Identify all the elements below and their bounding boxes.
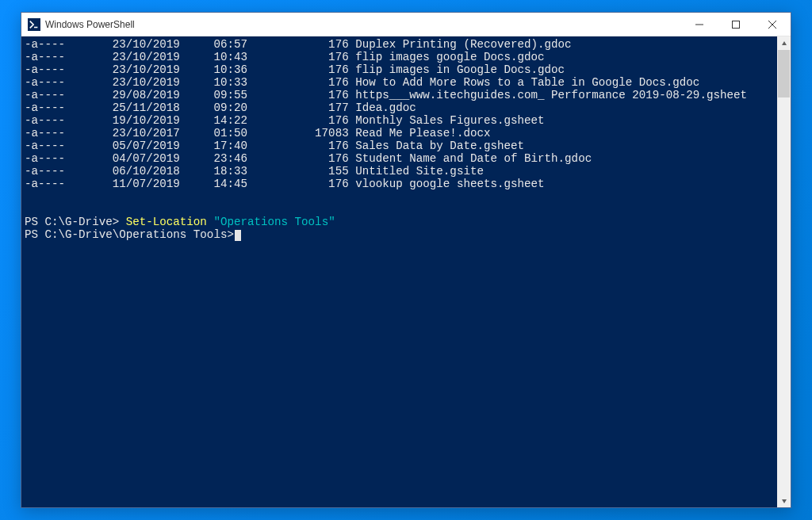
vertical-scrollbar[interactable]	[777, 36, 791, 507]
terminal-output[interactable]: -a---- 23/10/2019 06:57 176 Duplex Print…	[21, 36, 777, 507]
file-row: -a---- 23/10/2019 10:33 176 How to Add M…	[25, 76, 777, 89]
svg-marker-5	[782, 499, 787, 503]
file-row: -a---- 04/07/2019 23:46 176 Student Name…	[25, 152, 777, 165]
file-row: -a---- 23/10/2019 10:36 176 flip images …	[25, 63, 777, 76]
powershell-icon	[28, 18, 40, 31]
prompt-prefix: PS C:\G-Drive\Operations Tools>	[25, 228, 234, 241]
blank-line	[25, 203, 777, 216]
cursor	[235, 230, 241, 241]
file-row: -a---- 25/11/2018 09:20 177 Idea.gdoc	[25, 101, 777, 114]
blank-line	[25, 190, 777, 203]
prompt-line: PS C:\G-Drive> Set-Location "Operations …	[25, 216, 777, 228]
file-row: -a---- 23/10/2019 10:43 176 flip images …	[25, 51, 777, 63]
svg-rect-1	[733, 21, 740, 28]
file-row: -a---- 23/10/2017 01:50 17083 Read Me Pl…	[25, 127, 777, 140]
scroll-up-button[interactable]	[777, 36, 791, 50]
file-row: -a---- 11/07/2019 14:45 176 vlookup goog…	[25, 178, 777, 190]
close-button[interactable]	[754, 13, 791, 36]
minimize-button[interactable]	[681, 13, 718, 36]
maximize-button[interactable]	[718, 13, 754, 36]
prompt-line: PS C:\G-Drive\Operations Tools>	[25, 228, 777, 241]
scrollbar-thumb[interactable]	[778, 50, 790, 98]
file-row: -a---- 05/07/2019 17:40 176 Sales Data b…	[25, 140, 777, 152]
prompt-command: Set-Location	[126, 216, 207, 228]
file-row: -a---- 06/10/2018 18:33 155 Untitled Sit…	[25, 165, 777, 178]
prompt-prefix: PS C:\G-Drive>	[25, 216, 126, 228]
file-row: -a---- 29/08/2019 09:55 176 https___www.…	[25, 89, 777, 101]
window-controls	[681, 13, 791, 36]
terminal-area: -a---- 23/10/2019 06:57 176 Duplex Print…	[21, 36, 791, 507]
scroll-down-button[interactable]	[777, 494, 791, 507]
powershell-window: Windows PowerShell -a---- 23/10/2019 06:…	[21, 12, 791, 508]
window-title: Windows PowerShell	[45, 19, 681, 30]
svg-marker-4	[782, 41, 787, 45]
titlebar[interactable]: Windows PowerShell	[21, 13, 791, 36]
file-row: -a---- 23/10/2019 06:57 176 Duplex Print…	[25, 38, 777, 51]
prompt-argument: "Operations Tools"	[207, 216, 335, 228]
file-row: -a---- 19/10/2019 14:22 176 Monthly Sale…	[25, 114, 777, 127]
